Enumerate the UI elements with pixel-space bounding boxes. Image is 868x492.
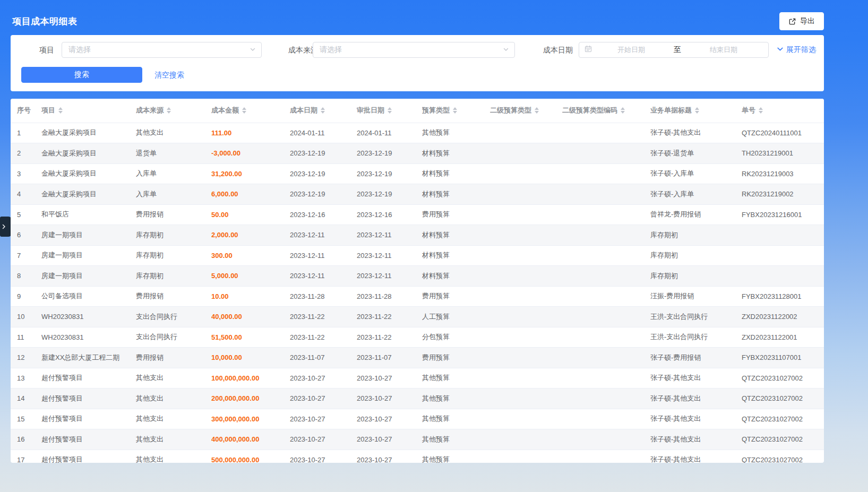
table-cell: 退货单	[136, 143, 211, 164]
table-cell: 2023-11-28	[357, 286, 422, 307]
sort-icon[interactable]	[621, 107, 625, 114]
table-cell: QTZC20240111001	[742, 123, 824, 143]
table-cell	[562, 266, 650, 287]
cost-date-range-input[interactable]: 开始日期 至 结束日期	[579, 42, 769, 58]
table-cell	[490, 286, 562, 307]
cost-table-card: 序号项目成本来源成本金额成本日期审批日期预算类型二级预算类型二级预算类型编码业务…	[11, 99, 824, 463]
column-header-label: 二级预算类型	[490, 106, 531, 115]
table-cell	[490, 429, 562, 450]
table-cell	[742, 225, 824, 246]
table-cell: 31,200.00	[211, 163, 290, 184]
column-header[interactable]: 预算类型	[422, 99, 490, 123]
table-cell: 支出合同执行	[136, 327, 211, 348]
table-cell	[562, 245, 650, 266]
table-cell: 材料预算	[422, 266, 490, 287]
sort-icon[interactable]	[453, 107, 457, 114]
export-button-label: 导出	[800, 16, 815, 26]
table-cell: 超付预警项目	[41, 389, 136, 409]
table-cell: 2023-10-27	[290, 429, 357, 450]
sort-icon[interactable]	[242, 107, 246, 114]
table-cell	[562, 450, 650, 463]
table-row: 2金融大厦采购项目退货单-3,000.002023-12-192023-12-1…	[11, 143, 824, 164]
sort-icon[interactable]	[167, 107, 171, 114]
table-cell: 2023-11-22	[357, 307, 422, 327]
table-cell: 40,000.00	[211, 307, 290, 327]
sort-icon[interactable]	[759, 107, 763, 114]
table-cell: 2023-11-22	[290, 327, 357, 348]
table-cell: 房建一期项目	[41, 245, 136, 266]
cost-date-filter-label: 成本日期	[513, 42, 573, 58]
table-cell: 2023-11-28	[290, 286, 357, 307]
table-cell: 王洪-支出合同执行	[650, 307, 742, 327]
table-cell: 超付预警项目	[41, 409, 136, 429]
chevron-right-icon	[2, 222, 6, 231]
table-row: 8房建一期项目库存期初5,000.002023-12-112023-12-11材…	[11, 266, 824, 287]
table-cell: 50.00	[211, 204, 290, 225]
table-cell: 其他预算	[422, 368, 490, 389]
drawer-handle[interactable]	[0, 217, 12, 237]
end-date-placeholder: 结束日期	[684, 45, 763, 55]
table-cell: 其他支出	[136, 389, 211, 409]
sort-icon[interactable]	[388, 107, 392, 114]
column-header[interactable]: 二级预算类型	[490, 99, 562, 123]
table-cell: QTZC20231027002	[742, 389, 824, 409]
table-cell: 2023-12-11	[357, 266, 422, 287]
sort-icon[interactable]	[321, 107, 325, 114]
column-header[interactable]: 成本金额	[211, 99, 290, 123]
cost-source-select[interactable]: 请选择	[313, 42, 515, 58]
export-button[interactable]: 导出	[779, 12, 824, 30]
table-cell	[562, 327, 650, 348]
page-title: 项目成本明细表	[12, 15, 78, 28]
table-cell: 入库单	[136, 163, 211, 184]
sort-icon[interactable]	[695, 107, 699, 114]
table-cell: 12	[11, 348, 41, 368]
column-header[interactable]: 项目	[41, 99, 136, 123]
column-header-label: 二级预算类型编码	[562, 106, 617, 115]
column-header[interactable]: 二级预算类型编码	[562, 99, 650, 123]
table-row: 5和平饭店费用报销50.002023-12-162023-12-16费用预算曾祥…	[11, 204, 824, 225]
table-cell: 16	[11, 429, 41, 450]
table-row: 3金融大厦采购项目入库单31,200.002023-12-192023-12-1…	[11, 163, 824, 184]
table-cell: 费用报销	[136, 286, 211, 307]
table-cell: 张子硕-入库单	[650, 184, 742, 205]
filter-panel: 项目 请选择 成本来源 请选择 成本日期 开始日期 至 结束日期 展开筛选 搜索	[11, 35, 824, 91]
column-header-label: 业务单据标题	[650, 106, 692, 115]
sort-icon[interactable]	[58, 107, 63, 114]
table-cell: 张子硕-其他支出	[650, 389, 742, 409]
column-header-label: 预算类型	[422, 106, 450, 115]
table-cell	[562, 348, 650, 368]
expand-filter-link[interactable]: 展开筛选	[777, 42, 816, 58]
table-cell	[490, 266, 562, 287]
table-cell: 其他预算	[422, 123, 490, 143]
table-cell: 费用预算	[422, 286, 490, 307]
column-header[interactable]: 业务单据标题	[650, 99, 742, 123]
table-cell: 费用报销	[136, 348, 211, 368]
table-cell: 2023-12-16	[357, 204, 422, 225]
column-header-label: 项目	[41, 106, 55, 115]
table-cell: 2023-10-27	[357, 389, 422, 409]
table-cell: 13	[11, 368, 41, 389]
table-cell: 2024-01-11	[290, 123, 357, 143]
table-cell: 10	[11, 307, 41, 327]
column-header[interactable]: 单号	[742, 99, 824, 123]
table-cell: 2	[11, 143, 41, 164]
clear-search-link[interactable]: 清空搜索	[154, 67, 184, 83]
column-header[interactable]: 成本来源	[136, 99, 211, 123]
table-header-row: 序号项目成本来源成本金额成本日期审批日期预算类型二级预算类型二级预算类型编码业务…	[11, 99, 824, 123]
table-row: 9公司备选项目费用报销10.002023-11-282023-11-28费用预算…	[11, 286, 824, 307]
table-cell	[490, 245, 562, 266]
column-header-label: 单号	[742, 106, 755, 115]
table-cell: 库存期初	[650, 225, 742, 246]
table-cell: 其他支出	[136, 429, 211, 450]
table-cell	[562, 184, 650, 205]
table-cell: 张子硕-其他支出	[650, 368, 742, 389]
project-select[interactable]: 请选择	[62, 42, 262, 58]
table-cell	[490, 225, 562, 246]
column-header[interactable]: 审批日期	[357, 99, 422, 123]
search-button[interactable]: 搜索	[21, 67, 142, 83]
table-cell: 曾祥龙-费用报销	[650, 204, 742, 225]
column-header[interactable]: 成本日期	[290, 99, 357, 123]
table-cell: 其他支出	[136, 123, 211, 143]
table-cell	[562, 368, 650, 389]
sort-icon[interactable]	[535, 107, 539, 114]
